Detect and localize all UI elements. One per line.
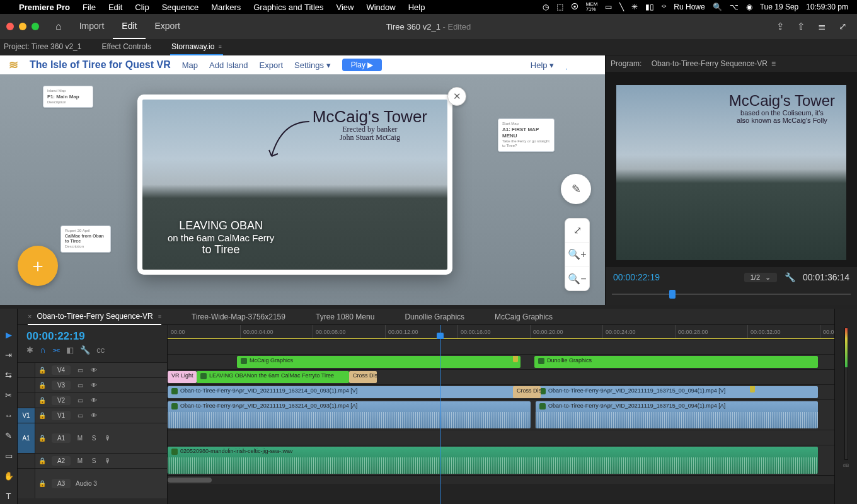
clip-mccaig-graphics[interactable]: McCaig Graphics [237,356,521,368]
track-v1[interactable]: Oban-to-Tiree-Ferry-9Apr_VID_20211119_16… [168,384,834,399]
track-v2[interactable]: VR Light LEAVING OBANon the 6am CalMac F… [168,369,834,384]
stornaway-nav-add[interactable]: Add Island [209,60,248,70]
program-tab[interactable]: Program: Oban-to-Tiree-Ferry Sequence-VR… [611,59,776,68]
toggle-mute-icon[interactable]: M [73,457,87,464]
workspace-layout-icon[interactable]: ≣ [818,21,826,32]
menu-edit[interactable]: Edit [102,3,129,12]
tl-opt-snap-icon[interactable]: ✱ [26,345,33,355]
tl-opt-cc-icon[interactable]: cc [96,345,105,355]
toggle-solo-icon[interactable]: S [87,457,101,464]
lock-icon[interactable]: 🔒 [35,412,49,419]
track-a2[interactable] [168,430,834,445]
toggle-output-icon[interactable]: ▭ [73,367,87,374]
track-head-v4[interactable]: 🔒 V4 ▭ 👁 [18,362,167,377]
lock-icon[interactable]: 🔒 [35,457,49,464]
program-video-frame[interactable]: McCaig's Tower based on the Coliseum, it… [616,85,846,260]
share-icon[interactable]: ⇧ [797,21,805,32]
menu-markers[interactable]: Markers [205,3,247,12]
fullscreen-icon[interactable]: ⤢ [839,21,847,32]
clip-marker-icon[interactable] [513,356,518,362]
toggle-output-icon[interactable]: ▭ [73,397,87,404]
spotlight-icon[interactable]: 🔍 [709,3,726,11]
menu-graphics[interactable]: Graphics and Titles [247,3,330,12]
clip-a1-b[interactable]: Oban-to-Tiree-Ferry-9Apr_VID_20211119_16… [536,401,818,428]
stornaway-help-button[interactable]: Help ▾ [531,60,554,70]
clip-v1-a[interactable]: Oban-to-Tiree-Ferry-9Apr_VID_20211119_16… [168,386,531,398]
timeline-playhead[interactable] [440,325,440,504]
program-scale-dropdown[interactable]: 1/2⌄ [744,273,777,282]
track-a3[interactable]: 020520980-mandolin-irish-celtic-jig-sea-… [168,445,834,475]
control-centre-icon[interactable]: ⌥ [726,3,742,11]
tool-razor-icon[interactable]: ✂ [3,389,14,401]
battery-icon[interactable]: ▮▯ [641,3,658,11]
track-a1[interactable]: Oban-to-Tiree-Ferry-9Apr_VID_20211119_16… [168,399,834,430]
storn-card-rupert[interactable]: Rupert 20 April CalMac from Oban to Tire… [60,226,111,253]
program-settings-icon[interactable]: 🔧 [785,272,795,282]
program-playhead-icon[interactable] [669,290,676,299]
menu-file[interactable]: File [76,3,102,12]
workspace-tab-import[interactable]: Import [71,14,113,39]
clip-v1-b[interactable]: Oban-to-Tiree-Ferry-9Apr_VID_20211119_16… [536,386,818,398]
toggle-solo-icon[interactable]: S [87,435,101,442]
menu-window[interactable]: Window [360,3,401,12]
bluetooth-icon[interactable]: ✳ [628,3,641,11]
timeline-tracks[interactable]: 00:0000:00:04:0000:00:08:00 00:00:12:000… [168,325,834,504]
timeline-ruler[interactable]: 00:0000:00:04:0000:00:08:00 00:00:12:000… [168,325,834,339]
stornaway-nav-map[interactable]: Map [182,60,198,70]
wifi-icon[interactable]: ⌔ [658,3,670,11]
macos-user[interactable]: Ru Howe [670,3,708,11]
toggle-output-icon[interactable]: ▭ [73,382,87,389]
toggle-output-icon[interactable]: ▭ [73,412,87,419]
sequence-tab-oban[interactable]: × Oban-to-Tiree-Ferry Sequence-VR ≡ [28,309,161,325]
storn-card-start-map[interactable]: Start Map A1: FIRST MAP MENU Take the Fe… [498,118,555,152]
storn-card-island-map[interactable]: Island Map F1: Main Map Description [43,86,93,108]
sequence-tab-widemap[interactable]: Tiree-Wide-Map-3756x2159 [192,309,285,325]
clip-a1-a[interactable]: Oban-to-Tiree-Ferry-9Apr_VID_20211119_16… [168,401,531,428]
cc-cloud-icon[interactable]: ◷ [539,3,553,11]
lock-icon[interactable]: 🔒 [35,397,49,404]
clip-cross-dissolve-v1[interactable]: Cross Dis [513,386,541,398]
modal-close-button[interactable]: ✕ [447,87,466,106]
panel-tab-project[interactable]: Project: Tiree 360 v2_1 [3,39,83,55]
menu-sequence[interactable]: Sequence [156,3,205,12]
home-icon[interactable]: ⌂ [47,21,71,32]
clip-vr-light[interactable]: VR Light [168,371,197,383]
stornaway-play-button[interactable]: Play ▶ [342,59,382,71]
toggle-eye-icon[interactable]: 👁 [87,382,101,389]
tool-type-icon[interactable]: T [3,490,14,501]
siri-icon[interactable]: ◉ [742,3,756,11]
clip-marker-icon[interactable] [750,386,755,392]
stornaway-add-fab[interactable]: ＋ [18,246,58,286]
app-name[interactable]: Premiere Pro [13,3,76,12]
track-v4[interactable] [168,339,834,354]
program-panel-menu-icon[interactable]: ≡ [771,59,776,68]
toggle-mute-icon[interactable]: M [73,435,87,442]
clip-leaving-oban[interactable]: LEAVING OBANon the 6am CalMac Ferryto Ti… [197,371,349,383]
workspace-tab-export[interactable]: Export [146,14,188,39]
menu-view[interactable]: View [330,3,360,12]
menu-clip[interactable]: Clip [129,3,155,12]
stornaway-edit-fab[interactable]: ✎ [561,174,591,204]
stornaway-canvas[interactable]: Island Map F1: Main Map Description Star… [0,74,605,305]
program-scrub-bar[interactable] [612,287,851,301]
record-icon[interactable]: ⦿ [567,3,582,11]
display-icon[interactable]: ▭ [601,3,616,11]
tool-hand-icon[interactable]: ✋ [3,470,14,481]
tool-rectangle-icon[interactable]: ▭ [3,450,14,461]
toggle-eye-icon[interactable]: 👁 [87,367,101,374]
sequence-tab-close-icon[interactable]: × [28,312,32,320]
macos-time[interactable]: 10:59:30 pm [802,3,852,11]
program-timecode-current[interactable]: 00:00:22:19 [613,272,660,282]
window-close-icon[interactable] [6,23,14,30]
tl-opt-magnet-icon[interactable]: ∩ [40,345,45,355]
stornaway-logo-icon[interactable]: ≋ [9,58,18,72]
panel-tab-effect-controls[interactable]: Effect Controls [100,39,152,55]
sequence-tab-1080menu[interactable]: Tyree 1080 Menu [316,309,374,325]
tool-track-select-icon[interactable]: ⇥ [3,349,14,360]
track-v3[interactable]: McCaig Graphics Dunollie Graphics [168,354,834,369]
sequence-tab-dunollie[interactable]: Dunollie Graphics [405,309,464,325]
lock-icon[interactable]: 🔒 [35,480,49,487]
track-head-a1[interactable]: A1🔒 A1 M S 🎙 [18,423,167,453]
clip-music[interactable]: 020520980-mandolin-irish-celtic-jig-sea-… [168,447,818,474]
tl-opt-markers-icon[interactable]: ◧ [66,345,74,355]
